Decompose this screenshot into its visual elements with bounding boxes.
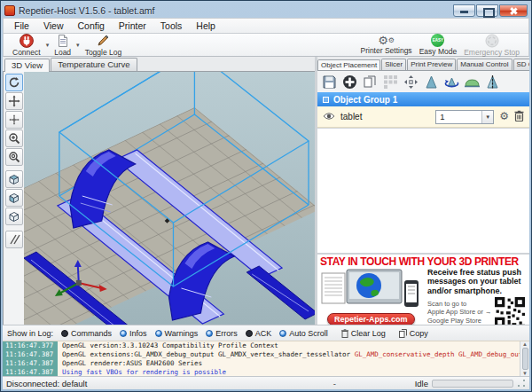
- copies-dropdown[interactable]: 1 ▼: [435, 110, 494, 124]
- delete-object-trash-icon[interactable]: [514, 110, 524, 123]
- emergency-stop-button: Emergency Stop: [460, 34, 523, 57]
- scroll-thumb[interactable]: [522, 348, 528, 370]
- log-scrollbar[interactable]: ▲ ▼: [520, 341, 529, 376]
- load-dropdown-icon[interactable]: ▾: [74, 42, 82, 49]
- toggle-infos[interactable]: Infos: [120, 329, 147, 338]
- app-window: Repetier-Host V1.5.6 - tablet.amf File V…: [0, 0, 532, 392]
- object-list-area[interactable]: [317, 128, 529, 254]
- zoom-fit-button[interactable]: [5, 148, 23, 166]
- menu-view[interactable]: View: [36, 20, 71, 32]
- toggle-commands[interactable]: Commands: [61, 329, 112, 338]
- clear-log-button[interactable]: Clear Log: [341, 329, 386, 338]
- object-group-header[interactable]: Object Group 1: [317, 92, 529, 106]
- toggle-auto-scroll[interactable]: Auto Scroll: [279, 329, 328, 338]
- save-icon[interactable]: [321, 74, 338, 90]
- ad-headline: STAY IN TOUCH WITH YOUR 3D PRINTER: [320, 255, 527, 268]
- 3d-scene[interactable]: [24, 72, 315, 325]
- menu-config[interactable]: Config: [71, 20, 112, 32]
- tab-temperature-curve[interactable]: Temperature Curve: [51, 58, 137, 71]
- center-object-icon[interactable]: [403, 74, 419, 90]
- visibility-eye-icon[interactable]: [323, 112, 335, 122]
- front-view-button[interactable]: [5, 189, 23, 207]
- main-toolbar: Connect ▾ Load ▾ Toggle Log ⚙⚙ Printer S…: [3, 33, 529, 57]
- tab-manual-control[interactable]: Manual Control: [457, 59, 512, 70]
- object-settings-gear-icon[interactable]: ⚙: [499, 111, 509, 122]
- chevron-down-icon: ▼: [481, 111, 493, 123]
- rotate-object-icon[interactable]: [443, 74, 460, 90]
- maximize-button[interactable]: [476, 4, 498, 17]
- log-entry: 11:16:47.387 OpenGL extensions:GL_AMDX_d…: [3, 350, 520, 359]
- connect-dropdown-icon[interactable]: ▾: [44, 42, 51, 49]
- copies-value: 1: [436, 112, 481, 122]
- window-title: Repetier-Host V1.5.6 - tablet.amf: [19, 5, 155, 16]
- emergency-stop-icon: [485, 34, 499, 48]
- repetier-apps-button[interactable]: Repetier-Apps.com: [327, 313, 415, 325]
- log-entry: 11:16:47.387 Using fast VBOs for renderi…: [3, 368, 520, 376]
- load-button[interactable]: Load: [51, 34, 74, 57]
- toggle-ack[interactable]: ACK: [246, 329, 272, 338]
- ad-body-text: Receive free status push messages on you…: [427, 268, 527, 295]
- toggle-projection-button[interactable]: [5, 231, 23, 248]
- app-logo-icon: [4, 5, 15, 16]
- object-toolbar: [317, 71, 529, 92]
- minimize-button[interactable]: [453, 4, 475, 17]
- isometric-view-button[interactable]: [5, 170, 23, 188]
- move-object-button[interactable]: [5, 111, 23, 129]
- load-file-icon: [56, 34, 70, 48]
- object-name: tablet: [340, 112, 362, 122]
- rotate-view-button[interactable]: [5, 74, 23, 91]
- connection-status: Disconnected: default: [6, 379, 254, 388]
- cut-object-icon[interactable]: [484, 74, 501, 90]
- infos-dot-icon: [120, 330, 127, 337]
- status-center: -: [254, 379, 415, 388]
- tab-print-preview[interactable]: Print Preview: [407, 59, 456, 70]
- tab-sd-card[interactable]: SD Card: [513, 59, 529, 70]
- group-icon: [323, 97, 329, 103]
- title-bar: Repetier-Host V1.5.6 - tablet.amf: [3, 3, 529, 18]
- warnings-dot-icon: [155, 330, 162, 337]
- auto-scroll-dot-icon: [279, 330, 286, 337]
- easy-mode-icon: EASY: [431, 34, 444, 47]
- scroll-up-icon[interactable]: ▲: [522, 341, 528, 347]
- tab-3d-view[interactable]: 3D View: [4, 59, 50, 72]
- connect-plug-icon: [20, 34, 34, 48]
- trash-icon: [341, 329, 348, 338]
- autoposition-icon: [382, 74, 399, 90]
- copy-log-button[interactable]: Copy: [399, 329, 428, 338]
- log-toolbar: Show in Log: Commands Infos Warnings Err…: [3, 325, 529, 341]
- printer-settings-button[interactable]: ⚙⚙ Printer Settings: [357, 34, 416, 57]
- tab-slicer[interactable]: Slicer: [381, 59, 406, 70]
- connect-button[interactable]: Connect: [9, 34, 44, 57]
- resize-grip[interactable]: [517, 379, 526, 388]
- zoom-in-button[interactable]: [5, 129, 23, 147]
- gears-icon: ⚙⚙: [378, 35, 395, 46]
- toggle-warnings[interactable]: Warnings: [155, 329, 199, 338]
- viewport-toolbar: [4, 72, 24, 325]
- move-view-button[interactable]: [5, 92, 23, 110]
- toggle-log-button[interactable]: Toggle Log: [82, 34, 126, 57]
- status-bar: Disconnected: default - Idle: [3, 376, 529, 389]
- ad-banner[interactable]: STAY IN TOUCH WITH YOUR 3D PRINTER: [317, 254, 529, 325]
- toggle-errors[interactable]: Errors: [206, 329, 238, 338]
- show-in-log-label: Show in Log:: [7, 329, 53, 338]
- ad-scan-text: Scan to go to Apple App Store or → Googl…: [427, 300, 492, 325]
- menu-bar: File View Config Printer Tools Help: [3, 18, 529, 33]
- easy-mode-button[interactable]: EASY Easy Mode: [416, 34, 461, 57]
- tab-object-placement[interactable]: Object Placement: [317, 59, 380, 71]
- scale-object-icon[interactable]: [423, 74, 440, 90]
- menu-printer[interactable]: Printer: [112, 20, 153, 32]
- add-object-icon[interactable]: [341, 74, 358, 90]
- object-row-tablet[interactable]: tablet 1 ▼ ⚙: [317, 106, 529, 128]
- drop-object-icon[interactable]: [464, 74, 481, 90]
- printer-state-label: Idle: [415, 379, 428, 388]
- progress-bar: [432, 380, 513, 388]
- copy-object-icon[interactable]: [362, 74, 379, 90]
- close-button[interactable]: [499, 4, 528, 17]
- top-view-button[interactable]: [5, 208, 23, 225]
- log-entry: 11:16:47.377 OpenGL version:3.3.10243 Co…: [3, 341, 520, 350]
- menu-file[interactable]: File: [7, 20, 36, 32]
- menu-tools[interactable]: Tools: [153, 20, 190, 32]
- log-output[interactable]: 11:16:47.377 OpenGL version:3.3.10243 Co…: [3, 341, 529, 376]
- qr-code: [495, 297, 525, 325]
- menu-help[interactable]: Help: [189, 20, 223, 32]
